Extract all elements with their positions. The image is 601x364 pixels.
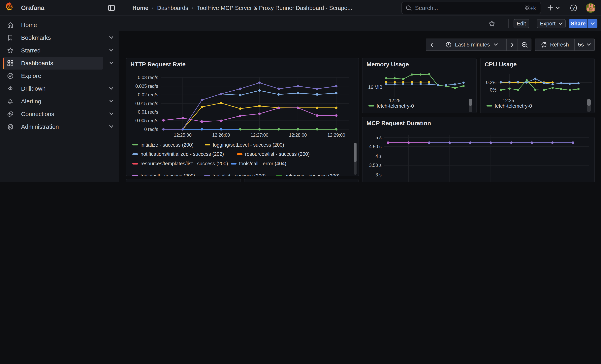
svg-text:3.50 s: 3.50 s [369,163,381,168]
svg-text:0%: 0% [490,87,496,92]
svg-text:0.2%: 0.2% [486,80,496,85]
svg-text:0.025 req/s: 0.025 req/s [135,83,158,89]
svg-text:4 s: 4 s [375,154,381,159]
svg-text:12:27:00: 12:27:00 [250,132,268,138]
svg-text:0.015 req/s: 0.015 req/s [135,101,158,106]
svg-text:0.02 req/s: 0.02 req/s [138,92,158,97]
svg-text:12:25:00: 12:25:00 [173,132,191,138]
svg-text:12:26:00: 12:26:00 [212,132,230,138]
svg-text:2.50 s: 2.50 s [369,181,381,182]
svg-text:12:25: 12:25 [502,98,514,103]
svg-text:4.50 s: 4.50 s [369,144,381,149]
svg-text:?: ? [572,6,575,10]
svg-text:0.005 req/s: 0.005 req/s [135,118,158,123]
svg-text:12:25: 12:25 [389,98,400,103]
svg-text:0 req/s: 0 req/s [144,127,158,132]
svg-text:5 s: 5 s [375,135,381,140]
svg-text:3 s: 3 s [375,172,381,177]
svg-text:0.01 req/s: 0.01 req/s [138,109,158,114]
svg-text:0.03 req/s: 0.03 req/s [138,75,158,80]
svg-text:12:29:00: 12:29:00 [327,132,345,138]
svg-text:12:28:00: 12:28:00 [289,132,307,138]
svg-text:16 MiB: 16 MiB [368,84,382,90]
